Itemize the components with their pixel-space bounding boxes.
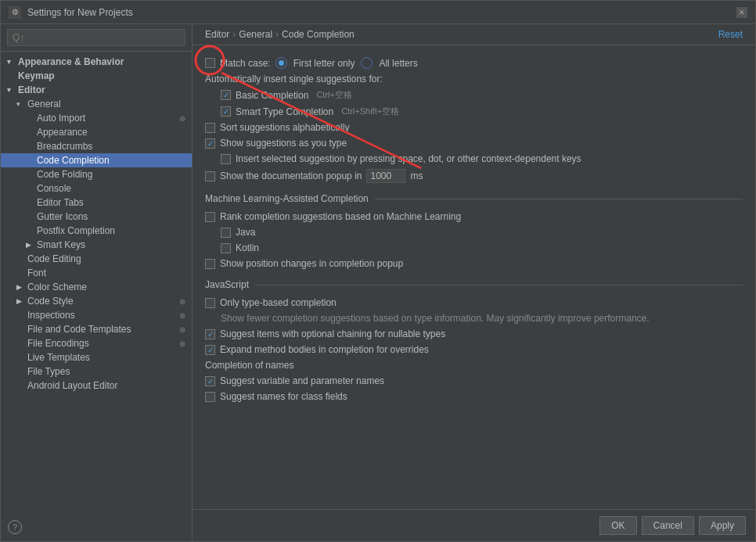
expand-method-label: Expand method bodies in completion for o… [220, 344, 429, 355]
expand-icon: ▾ [7, 86, 15, 94]
sidebar-item-code-completion[interactable]: Code Completion [1, 153, 192, 167]
expand-icon: ▾ [7, 58, 15, 66]
sidebar-item-inspections[interactable]: Inspections ⊕ [1, 308, 192, 322]
suggest-class-fields-checkbox[interactable] [205, 392, 215, 402]
java-checkbox[interactable] [221, 228, 231, 238]
sidebar-item-label: Auto Import [37, 113, 85, 124]
search-input[interactable] [7, 29, 185, 46]
expand-method-row: Expand method bodies in completion for o… [205, 342, 743, 357]
show-suggestions-checkbox[interactable] [205, 138, 215, 149]
rank-completion-checkbox[interactable] [205, 212, 215, 222]
suggest-variable-row: Suggest variable and parameter names [205, 373, 743, 389]
sidebar-item-label: Inspections [27, 310, 75, 321]
expand-method-checkbox[interactable] [205, 345, 215, 355]
sidebar-item-label: Live Templates [27, 352, 90, 363]
ms-label: ms [410, 170, 423, 181]
title-bar: ⚙ Settings for New Projects ✕ [1, 1, 755, 24]
ok-button[interactable]: OK [599, 516, 636, 535]
sidebar-item-keymap[interactable]: Keymap [1, 69, 192, 83]
window-title: Settings for New Projects [27, 7, 736, 18]
insert-selected-row: Insert selected suggestion by pressing s… [205, 151, 743, 167]
sidebar-item-appearance-behavior[interactable]: ▾ Appearance & Behavior [1, 55, 192, 69]
auto-insert-row: Automatically insert single suggestions … [205, 71, 743, 87]
close-button[interactable]: ✕ [736, 7, 747, 18]
sidebar-item-file-types[interactable]: File Types [1, 364, 192, 379]
sort-suggestions-checkbox[interactable] [205, 123, 215, 133]
sidebar-item-label: Editor [18, 84, 45, 95]
kotlin-checkbox[interactable] [221, 243, 231, 253]
smart-shortcut: Ctrl+Shift+空格 [341, 106, 399, 117]
first-letter-radio[interactable] [275, 57, 287, 69]
show-doc-popup-checkbox[interactable] [205, 171, 215, 181]
sidebar-item-label: Editor Tabs [37, 197, 84, 208]
sidebar-item-appearance[interactable]: Appearance [1, 125, 192, 139]
sort-suggestions-label: Sort suggestions alphabetically [220, 122, 349, 133]
sidebar-item-label: Font [27, 267, 46, 278]
sidebar-item-label: File and Code Templates [27, 324, 131, 335]
help-icon[interactable]: ? [8, 520, 22, 534]
breadcrumb-editor: Editor [205, 29, 229, 40]
sort-suggestions-row: Sort suggestions alphabetically [205, 120, 743, 135]
javascript-section-title: JavaScript [205, 279, 743, 290]
basic-completion-checkbox[interactable] [221, 90, 231, 100]
show-suggestions-label: Show suggestions as you type [220, 138, 347, 149]
cancel-button[interactable]: Cancel [642, 516, 694, 535]
basic-completion-label: Basic Completion [236, 90, 308, 101]
kotlin-label: Kotlin [236, 242, 259, 253]
suggest-optional-label: Suggest items with optional chaining for… [220, 328, 445, 339]
first-letter-label: First letter only [293, 58, 355, 69]
sidebar-item-general[interactable]: ▾ General [1, 97, 192, 111]
match-case-row: Match case: First letter only All letter… [205, 55, 743, 71]
expand-icon: ▶ [16, 297, 24, 305]
show-suggestions-row: Show suggestions as you type [205, 135, 743, 151]
all-letters-radio[interactable] [361, 57, 373, 69]
sidebar-item-smart-keys[interactable]: ▶ Smart Keys [1, 238, 192, 252]
smart-type-checkbox[interactable] [221, 106, 231, 117]
sidebar-item-breadcrumbs[interactable]: Breadcrumbs [1, 139, 192, 153]
java-row: Java [205, 224, 743, 240]
basic-completion-row: Basic Completion Ctrl+空格 [205, 87, 743, 103]
sidebar-item-code-style[interactable]: ▶ Code Style ⊕ [1, 294, 192, 308]
doc-popup-input[interactable] [366, 169, 405, 183]
only-type-based-sub-label: Show fewer completion suggestions based … [221, 313, 650, 324]
insert-selected-checkbox[interactable] [221, 154, 231, 164]
only-type-based-checkbox[interactable] [205, 298, 215, 308]
sidebar-item-label: Code Style [27, 296, 74, 307]
sidebar-item-file-code-templates[interactable]: File and Code Templates ⊕ [1, 322, 192, 336]
sidebar-item-file-encodings[interactable]: File Encodings ⊕ [1, 336, 192, 350]
sidebar-item-label: File Encodings [27, 338, 89, 349]
sidebar-item-editor[interactable]: ▾ Editor [1, 83, 192, 97]
sidebar-item-code-editing[interactable]: Code Editing [1, 252, 192, 266]
sidebar-item-editor-tabs[interactable]: Editor Tabs [1, 196, 192, 210]
sidebar-item-label: Appearance [37, 127, 88, 138]
sidebar-item-font[interactable]: Font [1, 266, 192, 280]
show-position-checkbox[interactable] [205, 259, 215, 269]
show-position-row: Show position changes in completion popu… [205, 256, 743, 271]
expand-icon: ▾ [16, 100, 24, 108]
sidebar-item-postfix-completion[interactable]: Postfix Completion [1, 224, 192, 238]
sidebar-item-live-templates[interactable]: Live Templates [1, 350, 192, 364]
match-case-checkbox[interactable] [205, 58, 215, 68]
sidebar-item-gutter-icons[interactable]: Gutter Icons [1, 210, 192, 224]
sidebar-item-color-scheme[interactable]: ▶ Color Scheme [1, 280, 192, 294]
sidebar-item-code-folding[interactable]: Code Folding [1, 167, 192, 181]
expand-icon: ▶ [16, 283, 24, 291]
expand-icon: ▶ [26, 241, 34, 249]
sidebar-item-label: Code Editing [27, 253, 81, 264]
sidebar: ▾ Appearance & Behavior Keymap ▾ Editor … [1, 24, 193, 541]
copy-icon: ⊕ [179, 339, 185, 348]
copy-icon: ⊕ [179, 311, 185, 320]
suggest-variable-checkbox[interactable] [205, 376, 215, 386]
reset-link[interactable]: Reset [718, 29, 743, 40]
sidebar-item-console[interactable]: Console [1, 181, 192, 196]
sidebar-item-label: Console [37, 183, 71, 194]
sidebar-item-auto-import[interactable]: Auto Import ⊕ [1, 111, 192, 125]
breadcrumb-sep: › [232, 29, 236, 40]
java-label: Java [236, 227, 255, 238]
suggest-optional-checkbox[interactable] [205, 329, 215, 339]
show-position-label: Show position changes in completion popu… [220, 258, 403, 269]
sidebar-item-android-layout-editor[interactable]: Android Layout Editor [1, 379, 192, 393]
rank-completion-row: Rank completion suggestions based on Mac… [205, 209, 743, 224]
apply-button[interactable]: Apply [699, 516, 746, 535]
window-icon: ⚙ [9, 6, 21, 19]
